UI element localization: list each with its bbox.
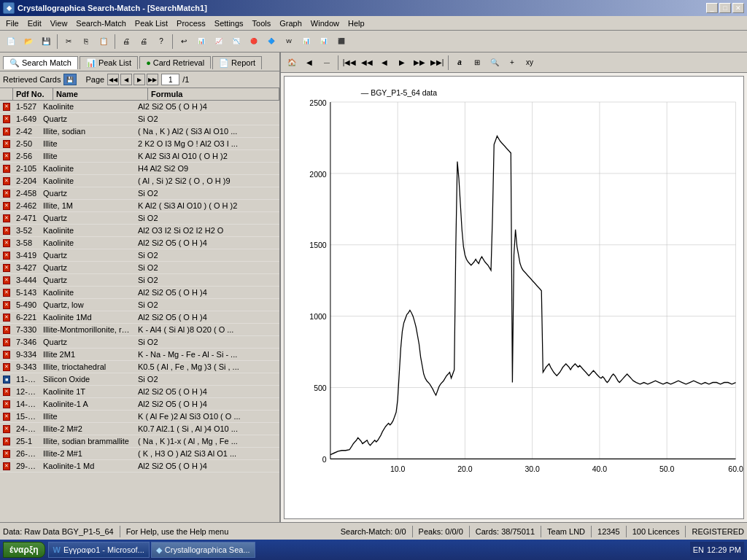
tb-new[interactable]: 📄: [3, 34, 19, 50]
table-row[interactable]: ✕2-458QuartzSi O2: [0, 187, 279, 200]
save-icon-btn[interactable]: 💾: [63, 74, 77, 85]
table-row[interactable]: ✕12-447Kaolinite 1TAl2 Si2 O5 ( O H )4: [0, 386, 279, 398]
tb-b2[interactable]: 📈: [211, 34, 227, 50]
chart-xy[interactable]: xy: [522, 55, 538, 71]
table-scroll[interactable]: ✕1-527KaoliniteAl2 Si2 O5 ( O H )4✕1-649…: [0, 101, 279, 522]
page-next[interactable]: ▶: [133, 74, 145, 85]
taskbar-items: W Εγγραφο1 - Microsof... ◆ Crystallograp…: [48, 542, 687, 558]
chart-play[interactable]: ▶: [394, 55, 410, 71]
cell-pdf: 3-52: [13, 225, 40, 236]
table-row[interactable]: ✕3-444QuartzSi O2: [0, 274, 279, 287]
tb-open[interactable]: 📂: [20, 34, 36, 50]
table-row[interactable]: ✕2-42Illite, sodian( Na , K ) Al2 ( Si3 …: [0, 125, 279, 138]
tb-b1[interactable]: 📊: [193, 34, 209, 50]
page-first[interactable]: ◀◀: [107, 74, 119, 85]
table-row[interactable]: ✕25-1Illite, sodian brammallite( Na , K …: [0, 435, 279, 448]
svg-text:0: 0: [322, 455, 327, 464]
tb-b4[interactable]: 🔴: [246, 34, 262, 50]
tb-undo[interactable]: ↩: [176, 34, 192, 50]
page-last[interactable]: ▶▶: [147, 74, 158, 85]
cell-name: Quartz: [40, 275, 135, 285]
tb-b9[interactable]: ⬛: [333, 34, 349, 50]
chart-last[interactable]: ▶▶|: [429, 55, 445, 71]
chart-home[interactable]: 🏠: [284, 55, 300, 71]
tb-copy[interactable]: ⎘: [78, 34, 94, 50]
table-row[interactable]: ✕7-330Illite-Montmorillonite, regularK -…: [0, 324, 279, 336]
menu-graph[interactable]: Graph: [275, 18, 306, 28]
table-row[interactable]: ✕3-52KaoliniteAl2 O3 I2 Si O2 I2 H2 O: [0, 225, 279, 237]
minimize-button[interactable]: _: [706, 3, 718, 13]
table-row[interactable]: ✕26-911Illite-2 M#1( K , H3 O ) Al2 Si3 …: [0, 448, 279, 460]
chart-zoom[interactable]: 🔍: [487, 55, 503, 71]
svg-text:50.0: 50.0: [659, 464, 674, 473]
table-row[interactable]: ✕9-334Illite 2M1K - Na - Mg - Fe - Al - …: [0, 349, 279, 361]
tab-card-retrieval[interactable]: ● Card Retrieval: [139, 56, 211, 69]
table-row[interactable]: ✕15-603IlliteK ( Al Fe )2 Al Si3 O10 ( O…: [0, 411, 279, 423]
table-row[interactable]: ✕2-471QuartzSi O2: [0, 212, 279, 225]
menu-search-match[interactable]: Search-Match: [71, 18, 130, 28]
table-row[interactable]: ✕24-495Illite-2 M#2K0.7 Al2.1 ( Si , Al …: [0, 423, 279, 435]
tab-report[interactable]: 📄 Report: [212, 56, 262, 69]
close-button[interactable]: ✕: [732, 3, 744, 13]
page-input[interactable]: [161, 74, 179, 85]
tab-peak-list-label: Peak List: [98, 58, 131, 67]
start-button[interactable]: έναρξη: [3, 542, 45, 558]
menu-edit[interactable]: Edit: [23, 18, 46, 28]
table-row[interactable]: ■11-252Silicon OxideSi O2: [0, 373, 279, 386]
table-row[interactable]: ✕2-56IlliteK Al2 Si3 Al O10 ( O H )2: [0, 150, 279, 163]
table-row[interactable]: ✕2-204Kaolinite( Al , Si )2 Si2 ( O , O …: [0, 175, 279, 187]
tb-b6[interactable]: W: [281, 34, 297, 50]
tb-print2[interactable]: 🖨: [136, 34, 152, 50]
table-row[interactable]: ✕1-527KaoliniteAl2 Si2 O5 ( O H )4: [0, 101, 279, 113]
table-row[interactable]: ✕1-649QuartzSi O2: [0, 113, 279, 125]
maximize-button[interactable]: □: [719, 3, 731, 13]
table-row[interactable]: ✕7-346QuartzSi O2: [0, 336, 279, 349]
menu-settings[interactable]: Settings: [210, 18, 248, 28]
page-prev[interactable]: ◀: [120, 74, 132, 85]
menu-file[interactable]: File: [1, 18, 23, 28]
cell-pdf: 2-50: [13, 139, 40, 149]
taskbar-item-word[interactable]: W Εγγραφο1 - Microsof...: [48, 542, 150, 558]
table-row[interactable]: ✕2-462Illite, 1MK Al2 ( Si3 Al O10 ) ( O…: [0, 200, 279, 212]
table-row[interactable]: ✕3-58KaoliniteAl2 Si2 O5 ( O H )4: [0, 237, 279, 249]
table-row[interactable]: ✕29-1488Kaolinite-1 MdAl2 Si2 O5 ( O H )…: [0, 460, 279, 472]
tb-b3[interactable]: 📉: [228, 34, 244, 50]
tb-b5[interactable]: 🔷: [263, 34, 279, 50]
table-row[interactable]: ✕3-419QuartzSi O2: [0, 249, 279, 262]
chart-prev[interactable]: ◀◀: [359, 55, 375, 71]
chart-plus[interactable]: +: [504, 55, 520, 71]
menu-process[interactable]: Process: [172, 18, 210, 28]
taskbar-item-crystal[interactable]: ◆ Crystallographica Sea...: [151, 542, 255, 558]
menu-window[interactable]: Window: [306, 18, 344, 28]
table-row[interactable]: ✕5-490Quartz, lowSi O2: [0, 299, 279, 311]
cell-formula: Al2 O3 I2 Si O2 I2 H2 O: [135, 225, 279, 236]
tb-print[interactable]: 🖨: [118, 34, 134, 50]
table-row[interactable]: ✕5-143KaoliniteAl2 Si2 O5 ( O H )4: [0, 287, 279, 299]
tb-save[interactable]: 💾: [38, 34, 54, 50]
chart-fwd[interactable]: ▶▶: [411, 55, 427, 71]
menu-tools[interactable]: Tools: [248, 18, 276, 28]
chart-forward[interactable]: —: [319, 55, 335, 71]
table-row[interactable]: ✕6-221Kaolinite 1MdAl2 Si2 O5 ( O H )4: [0, 311, 279, 324]
tab-search-match[interactable]: 🔍 Search Match: [3, 56, 78, 69]
tb-paste[interactable]: 📋: [96, 34, 112, 50]
tb-help[interactable]: ?: [153, 34, 169, 50]
chart-italic-a[interactable]: a: [452, 55, 468, 71]
table-row[interactable]: ✕2-50Illite2 K2 O I3 Mg O ! Al2 O3 I ...: [0, 138, 279, 150]
table-row[interactable]: ✕3-427QuartzSi O2: [0, 262, 279, 274]
tab-peak-list[interactable]: 📊 Peak List: [80, 56, 138, 69]
tb-b7[interactable]: 📊: [298, 34, 314, 50]
chart-first[interactable]: |◀◀: [341, 55, 357, 71]
svg-text:30.0: 30.0: [525, 464, 539, 473]
tb-cut[interactable]: ✂: [61, 34, 77, 50]
table-row[interactable]: ✕14-164Kaolinite-1 AAl2 Si2 O5 ( O H )4: [0, 398, 279, 411]
chart-back[interactable]: ◀: [301, 55, 317, 71]
tb-b8[interactable]: 📊: [316, 34, 332, 50]
menu-help[interactable]: Help: [344, 18, 369, 28]
table-row[interactable]: ✕9-343Illite, trioctahedralK0.5 ( Al , F…: [0, 361, 279, 373]
chart-rewind[interactable]: ◀: [376, 55, 392, 71]
chart-grid[interactable]: ⊞: [469, 55, 485, 71]
table-row[interactable]: ✕2-105KaoliniteH4 Al2 Si2 O9: [0, 163, 279, 175]
menu-peak-list[interactable]: Peak List: [131, 18, 172, 28]
menu-view[interactable]: View: [46, 18, 72, 28]
